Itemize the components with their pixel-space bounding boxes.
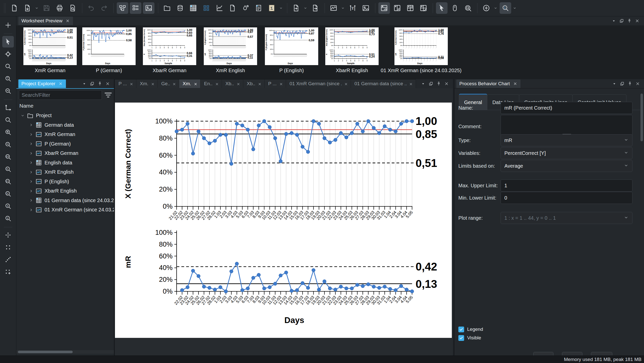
worksheet-thumbnail[interactable]: 0%20%40%60%80%100%1,000,870,73123456789X…	[325, 27, 379, 65]
toolbar-handle[interactable]	[4, 3, 6, 13]
close-icon[interactable]	[344, 82, 348, 86]
tool-magnifier-y-button[interactable]: y	[2, 213, 14, 224]
expand-arrow-icon[interactable]	[28, 151, 34, 156]
document-tab[interactable]: Xb...	[222, 79, 243, 88]
tool-dots-cross-button[interactable]	[2, 229, 14, 241]
expand-arrow-icon[interactable]	[28, 188, 34, 194]
search-input[interactable]	[19, 90, 102, 100]
tree-item-xbarr-english[interactable]: XbarR English	[16, 186, 114, 196]
worksheet-thumbnail[interactable]: 0%20%40%60%80%100%1,000,850,58P (German …	[82, 27, 136, 65]
min-lower-input[interactable]: 0	[501, 192, 632, 204]
tool-dots-grid-button[interactable]	[2, 242, 14, 253]
float-icon[interactable]	[427, 80, 435, 87]
toolbar-new-matrix-button[interactable]	[200, 2, 212, 14]
tool-dots-plus-button[interactable]	[2, 266, 14, 278]
toolbar-open-document-button[interactable]	[22, 2, 33, 14]
toolbar-layout-edit-button[interactable]	[418, 2, 429, 14]
tree-item-01-german-data-since-24-03-2025[interactable]: 01 German data (since 24.03.2025)	[16, 196, 114, 205]
toolbar-project-explorer-toggle-button[interactable]	[117, 2, 128, 14]
tree-item-english-data[interactable]: English data	[16, 158, 114, 167]
chevron-down-icon[interactable]	[494, 2, 498, 14]
limits-based-select[interactable]: Average	[501, 160, 632, 172]
process-behavior-chart[interactable]: 0%20%40%60%80%100%21.0222.0223.0224.0225…	[115, 103, 452, 338]
tree-column-header[interactable]: Name	[19, 103, 33, 109]
document-tab[interactable]: 01 German data (since ...	[351, 79, 416, 88]
tool-magnifier-plus-y-button[interactable]: y+	[2, 176, 14, 187]
document-tab[interactable]: P ...	[265, 79, 286, 88]
worksheet-thumbnail[interactable]: 0%20%40%60%80%100%1,000,870,57X (English…	[204, 27, 257, 65]
toolbar-export-file-button[interactable]	[309, 2, 321, 14]
tool-magnifier-button[interactable]	[2, 114, 14, 126]
tool-plus-tool-button[interactable]	[2, 19, 14, 31]
tool-magnifier-minus-button[interactable]	[2, 85, 14, 97]
close-icon[interactable]	[104, 80, 111, 87]
panel-button-3[interactable]	[591, 352, 612, 355]
panel-button-1[interactable]	[533, 352, 553, 355]
close-icon[interactable]	[258, 82, 262, 86]
max-upper-input[interactable]: 1	[501, 179, 632, 192]
expand-arrow-icon[interactable]	[28, 207, 34, 213]
type-select[interactable]: mR	[501, 134, 632, 146]
toolbar-new-folder-button[interactable]	[161, 2, 173, 14]
document-tab[interactable]: P ...	[115, 79, 136, 88]
worksheet-thumbnail[interactable]: 0%20%40%60%80%100%1,000,830,65123456789X…	[143, 27, 196, 65]
toolbar-insert-image-button[interactable]	[360, 2, 372, 14]
tool-magnifier-minus-y-button[interactable]: y-	[2, 188, 14, 200]
toolbar-layout-single-button[interactable]	[378, 2, 390, 14]
toolbar-new-color-button[interactable]	[240, 2, 251, 14]
collapse-arrow-icon[interactable]	[20, 113, 25, 118]
chevron-down-icon[interactable]	[35, 2, 39, 14]
close-icon[interactable]	[634, 80, 641, 87]
scrollbar-thumb[interactable]	[18, 351, 73, 353]
toolbar-insert-plot-button[interactable]	[328, 2, 339, 14]
close-icon[interactable]	[409, 82, 413, 86]
name-input[interactable]: mR (Percent Correct)	[501, 102, 632, 114]
dropdown-icon[interactable]	[610, 17, 618, 24]
horizontal-scrollbar[interactable]	[16, 350, 114, 354]
float-icon[interactable]	[618, 17, 625, 24]
toolbar-new-datasource-button[interactable]	[174, 2, 186, 14]
pin-icon[interactable]	[625, 17, 633, 24]
toolbar-pointer-button[interactable]	[436, 2, 448, 14]
dropdown-icon[interactable]	[610, 80, 618, 87]
close-icon[interactable]	[236, 82, 240, 86]
tool-axes-tool-button[interactable]	[2, 102, 14, 113]
pin-icon[interactable]	[626, 80, 634, 87]
variables-select[interactable]: PercentCorrect [Y]	[501, 147, 632, 159]
document-tab[interactable]: Xb...	[243, 79, 265, 88]
worksheet-page[interactable]: 0%20%40%60%80%100%21.0222.0223.0224.0225…	[115, 103, 452, 338]
expand-arrow-icon[interactable]	[28, 122, 34, 128]
chevron-down-icon[interactable]	[279, 2, 284, 14]
dropdown-icon[interactable]	[419, 80, 427, 87]
toolbar-print-preview-button[interactable]	[67, 2, 78, 14]
toolbar-properties-toggle-button[interactable]	[130, 2, 141, 14]
tool-pointer-button[interactable]	[2, 36, 14, 48]
tree-item-p-german[interactable]: P (German)	[16, 139, 114, 149]
tool-magnifier-plus-button[interactable]	[2, 126, 14, 138]
toolbar-new-document-button[interactable]	[9, 2, 20, 14]
chevron-down-icon[interactable]	[341, 2, 345, 14]
toolbar-layout-two-button[interactable]	[391, 2, 403, 14]
document-tab[interactable]: Xm...	[136, 79, 158, 88]
toolbar-worksheet-preview-toggle-button[interactable]	[143, 2, 154, 14]
chevron-down-icon[interactable]	[303, 2, 308, 14]
vertical-scrollbar[interactable]	[640, 94, 643, 141]
close-icon[interactable]	[442, 80, 450, 87]
tool-magnifier-minus-x-button[interactable]: x-	[2, 163, 14, 175]
toolbar-mouse-mode-button[interactable]	[449, 2, 461, 14]
expand-arrow-icon[interactable]	[28, 198, 34, 203]
toolbar-new-document-blank-button[interactable]	[227, 2, 238, 14]
close-icon[interactable]	[58, 81, 63, 86]
float-icon[interactable]	[618, 80, 626, 87]
tool-magnifier-plus-x-button[interactable]: x+	[2, 151, 14, 163]
close-icon[interactable]	[513, 81, 517, 86]
properties-tab[interactable]: Process Behavior Chart	[456, 79, 520, 88]
worksheet-thumbnail[interactable]: 0%20%40%60%80%100%1,000,870,59P (English…	[265, 27, 318, 65]
close-icon[interactable]	[130, 82, 134, 86]
tree-item-xmr-english[interactable]: XmR English	[16, 167, 114, 177]
toolbar-layout-four-button[interactable]	[405, 2, 416, 14]
worksheet-preview-tab[interactable]: Worksheet Preview	[18, 17, 73, 25]
pin-icon[interactable]	[96, 80, 104, 87]
close-icon[interactable]	[633, 17, 641, 24]
visible-checkbox[interactable]	[458, 335, 464, 341]
